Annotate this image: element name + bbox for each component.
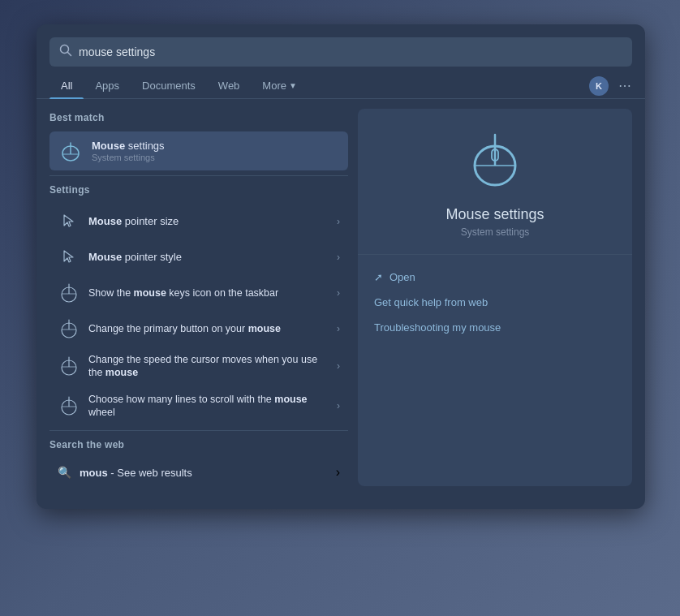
web-search-text: mous - See web results <box>80 467 328 479</box>
list-item[interactable]: Show the mouse keys icon on the taskbar … <box>49 275 348 311</box>
best-match-text: Mouse settings System settings <box>92 140 340 163</box>
open-link[interactable]: ➚ Open <box>374 265 616 290</box>
right-panel-subtitle: System settings <box>461 226 530 238</box>
tab-documents[interactable]: Documents <box>131 73 207 98</box>
svg-marker-6 <box>64 215 73 226</box>
chevron-right-icon: › <box>337 400 340 411</box>
search-web-icon: 🔍 <box>58 466 71 479</box>
right-divider <box>358 254 632 255</box>
left-panel: Best match Mouse settings System setting… <box>49 109 358 486</box>
chevron-right-icon: › <box>337 360 340 372</box>
item-title: Change the speed the cursor moves when y… <box>88 353 329 380</box>
chevron-right-icon: › <box>337 252 340 263</box>
nav-right: K ⋯ <box>589 76 632 96</box>
tab-all[interactable]: All <box>49 73 84 98</box>
tab-apps[interactable]: Apps <box>84 73 131 98</box>
mouse-pointer-style-icon <box>58 246 80 269</box>
right-header: Mouse settings System settings <box>358 109 632 251</box>
mouse-scroll-icon <box>58 394 80 417</box>
item-title: Show the mouse keys icon on the taskbar <box>88 286 329 299</box>
best-match-label: Best match <box>49 109 348 127</box>
list-item[interactable]: Change the speed the cursor moves when y… <box>49 347 348 386</box>
search-web-label: Search the web <box>49 436 348 454</box>
item-text: Mouse pointer style <box>88 251 329 265</box>
quick-help-link[interactable]: Get quick help from web <box>374 290 616 315</box>
mouse-keys-icon <box>58 282 80 304</box>
nav-tabs: All Apps Documents Web More ▼ K ⋯ <box>37 67 645 99</box>
main-content: Best match Mouse settings System setting… <box>37 99 645 496</box>
right-actions: ➚ Open Get quick help from web Troublesh… <box>358 258 632 347</box>
list-item[interactable]: Mouse pointer style › <box>49 239 348 275</box>
item-text: Show the mouse keys icon on the taskbar <box>88 286 329 299</box>
mouse-cursor-speed-icon <box>58 355 80 377</box>
item-title: Mouse pointer size <box>88 215 329 229</box>
avatar[interactable]: K <box>589 76 609 96</box>
chevron-right-icon: › <box>337 216 340 227</box>
more-options-button[interactable]: ⋯ <box>618 78 632 93</box>
list-item[interactable]: Change the primary button on your mouse … <box>49 311 348 347</box>
mouse-settings-icon <box>58 138 84 164</box>
item-title: Mouse pointer style <box>88 251 329 265</box>
mouse-pointer-icon <box>58 210 80 233</box>
item-title: Change the primary button on your mouse <box>88 322 329 335</box>
svg-marker-7 <box>64 251 73 262</box>
divider-1 <box>49 175 348 176</box>
svg-line-1 <box>68 53 71 56</box>
chevron-right-icon: › <box>336 465 340 480</box>
item-text: Change the speed the cursor moves when y… <box>88 353 329 380</box>
divider-2 <box>49 430 348 431</box>
list-item[interactable]: Choose how many lines to scroll with the… <box>49 386 348 426</box>
troubleshooting-link[interactable]: Troubleshooting my mouse <box>374 315 616 340</box>
web-search-item[interactable]: 🔍 mous - See web results › <box>49 459 348 486</box>
best-match-item[interactable]: Mouse settings System settings <box>49 131 348 170</box>
item-text: Mouse pointer size <box>88 215 329 229</box>
item-text: Choose how many lines to scroll with the… <box>88 393 329 420</box>
tab-web[interactable]: Web <box>207 73 252 98</box>
search-window: All Apps Documents Web More ▼ K ⋯ Best m… <box>37 24 645 509</box>
list-item[interactable]: Mouse pointer size › <box>49 204 348 239</box>
tab-more[interactable]: More ▼ <box>251 73 308 98</box>
mouse-large-icon <box>472 131 518 193</box>
right-panel-title: Mouse settings <box>445 206 544 223</box>
chevron-right-icon: › <box>337 323 340 334</box>
search-bar <box>49 37 632 67</box>
mouse-primary-button-icon <box>58 317 80 340</box>
item-text: Change the primary button on your mouse <box>88 322 329 335</box>
right-panel: Mouse settings System settings ➚ Open Ge… <box>358 109 632 486</box>
best-match-title: Mouse settings <box>92 140 340 153</box>
chevron-right-icon: › <box>337 287 340 299</box>
item-title: Choose how many lines to scroll with the… <box>88 393 329 420</box>
search-input[interactable] <box>79 45 622 58</box>
best-match-subtitle: System settings <box>92 153 340 162</box>
settings-label: Settings <box>49 181 348 199</box>
chevron-down-icon: ▼ <box>289 81 297 90</box>
search-icon <box>59 44 72 60</box>
open-icon: ➚ <box>374 271 383 283</box>
